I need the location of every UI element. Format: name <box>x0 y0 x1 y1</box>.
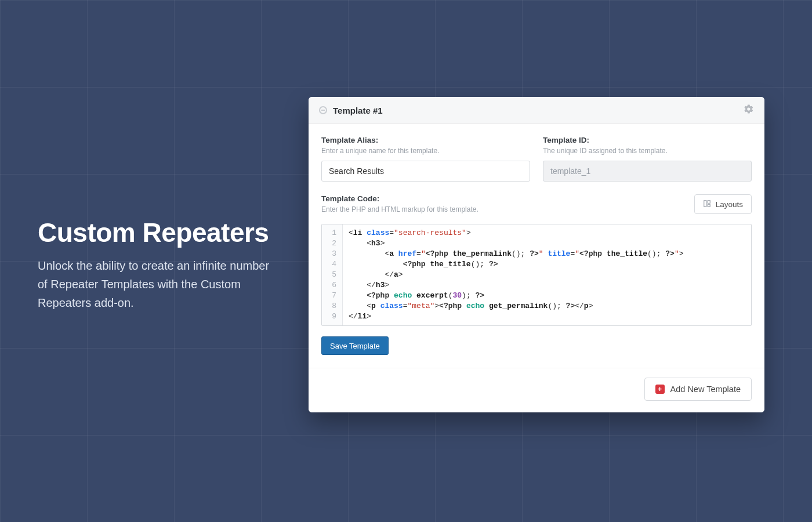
gear-icon[interactable] <box>744 104 754 117</box>
svg-rect-2 <box>704 200 706 206</box>
id-input <box>543 161 752 182</box>
panel-title: Template #1 <box>333 106 383 115</box>
page-root: Custom Repeaters Unlock the ability to c… <box>0 0 812 522</box>
code-lines[interactable]: <li class="search-results"> <h3> <a href… <box>343 224 690 325</box>
panel-footer: + Add New Template <box>309 368 764 412</box>
collapse-icon[interactable] <box>319 106 327 114</box>
add-template-button[interactable]: + Add New Template <box>644 378 752 401</box>
hero-subtitle: Unlock the ability to create an infinite… <box>38 256 281 312</box>
code-label-wrap: Template Code: Enter the PHP and HTML ma… <box>321 194 478 219</box>
code-gutter: 123456789 <box>322 224 343 325</box>
add-template-label: Add New Template <box>670 385 741 394</box>
plus-icon: + <box>655 385 665 394</box>
field-row-top: Template Alias: Enter a unique name for … <box>321 136 752 182</box>
panel-header: Template #1 <box>309 97 764 124</box>
alias-label: Template Alias: <box>321 136 530 144</box>
alias-field: Template Alias: Enter a unique name for … <box>321 136 530 182</box>
alias-help: Enter a unique name for this template. <box>321 147 530 155</box>
save-template-button[interactable]: Save Template <box>321 336 389 355</box>
alias-input[interactable] <box>321 161 530 182</box>
svg-rect-3 <box>708 200 710 203</box>
hero-block: Custom Repeaters Unlock the ability to c… <box>38 219 281 312</box>
save-label: Save Template <box>330 342 380 350</box>
code-help: Enter the PHP and HTML markup for this t… <box>321 205 478 213</box>
layouts-button[interactable]: Layouts <box>694 194 752 214</box>
svg-rect-4 <box>708 204 710 206</box>
layouts-label: Layouts <box>716 200 743 209</box>
code-editor[interactable]: 123456789 <li class="search-results"> <h… <box>321 224 752 326</box>
code-section-head: Template Code: Enter the PHP and HTML ma… <box>321 194 752 219</box>
template-panel: Template #1 Template Alias: Enter a uniq… <box>309 97 764 412</box>
layouts-icon <box>703 200 711 209</box>
hero-title: Custom Repeaters <box>38 219 281 246</box>
id-help: The unique ID assigned to this template. <box>543 147 752 155</box>
panel-header-left: Template #1 <box>319 106 383 115</box>
id-label: Template ID: <box>543 136 752 144</box>
code-label: Template Code: <box>321 194 478 203</box>
id-field: Template ID: The unique ID assigned to t… <box>543 136 752 182</box>
panel-body: Template Alias: Enter a unique name for … <box>309 124 764 368</box>
